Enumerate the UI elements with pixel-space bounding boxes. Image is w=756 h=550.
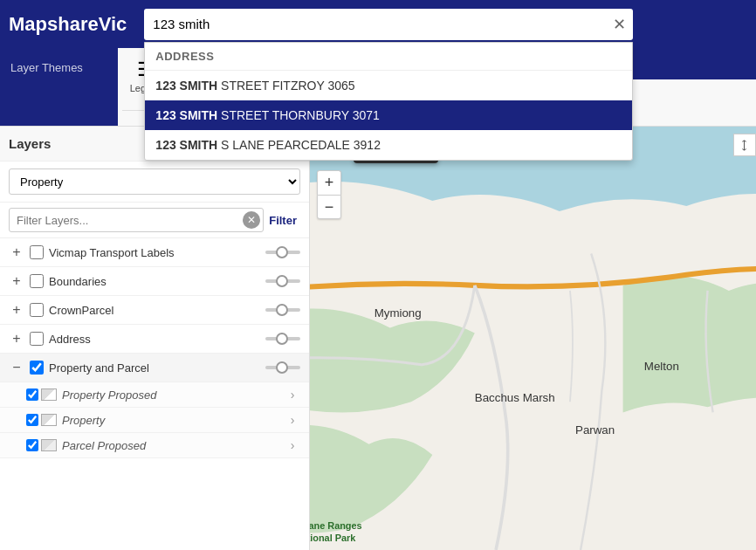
svg-text:Bacchus Marsh: Bacchus Marsh	[475, 391, 555, 404]
layer-row-crownparcel: + CrownParcel	[0, 296, 309, 325]
child-name-parcel-proposed: Parcel Proposed	[62, 439, 279, 452]
main-area: Layers ☰ ✕ Property All Layers Base Maps…	[0, 127, 756, 550]
child-checkbox-group-property-proposed	[26, 388, 57, 401]
layer-checkbox-crownparcel[interactable]	[30, 303, 44, 317]
svg-text:Parwan: Parwan	[575, 423, 615, 437]
svg-text:National Park: National Park	[310, 533, 356, 543]
zoom-out-button[interactable]: −	[317, 195, 341, 219]
search-result-1-bold: 123 SMITH	[155, 79, 217, 93]
child-checkbox1-property[interactable]	[26, 414, 38, 426]
filter-button[interactable]: Filter	[265, 214, 300, 227]
search-dropdown: Address 123 SMITH STREET FITZROY 3065 12…	[144, 42, 633, 161]
layer-name-property-parcel: Property and Parcel	[49, 361, 260, 375]
layer-collapse-property-parcel[interactable]: −	[9, 360, 24, 375]
layer-name-boundaries: Boundaries	[49, 275, 260, 288]
layer-name-address: Address	[49, 333, 260, 346]
sidebar-dropdown-container: Property All Layers Base Maps	[0, 162, 309, 203]
layer-category-select[interactable]: Property All Layers Base Maps	[9, 168, 300, 195]
child-layer-property: Property ›	[0, 408, 309, 433]
child-icon-property-proposed	[41, 388, 57, 401]
search-result-2[interactable]: 123 SMITH STREET THORNBURY 3071	[145, 100, 632, 130]
child-layer-parcel-proposed: Parcel Proposed ›	[0, 433, 309, 458]
child-checkbox1-property-proposed[interactable]	[26, 388, 38, 401]
layer-add-boundaries[interactable]: +	[9, 273, 24, 289]
child-name-property: Property	[62, 414, 279, 427]
search-result-1[interactable]: 123 SMITH STREET FITZROY 3065	[145, 71, 632, 100]
child-icon-parcel-proposed	[41, 439, 57, 451]
tab-layer-themes[interactable]: Layer Themes	[0, 55, 93, 79]
layer-checkbox-vicmap[interactable]	[30, 245, 44, 259]
child-arrow-parcel-proposed[interactable]: ›	[285, 438, 300, 452]
layer-row-property-parcel: − Property and Parcel	[0, 354, 309, 382]
toolbar-left-panel: Layer Themes	[0, 48, 118, 126]
app-header: MapshareVic ✕ Address 123 SMITH STREET F…	[0, 0, 756, 48]
search-container: ✕ Address 123 SMITH STREET FITZROY 3065 …	[144, 9, 633, 40]
app-title: MapshareVic	[9, 13, 127, 36]
layer-row-address: + Address	[0, 325, 309, 354]
child-checkbox-group-property	[26, 414, 57, 426]
child-layer-property-proposed: Property Proposed ›	[0, 382, 309, 408]
search-result-3-rest: S LANE PEARCEDALE 3912	[221, 138, 381, 152]
layer-row-vicmap: + Vicmap Transport Labels	[0, 238, 309, 267]
layer-checkbox-boundaries[interactable]	[30, 274, 44, 288]
svg-text:Mymiong: Mymiong	[375, 306, 422, 320]
svg-text:Brisbane Ranges: Brisbane Ranges	[310, 520, 362, 531]
search-result-1-rest: STREET FITZROY 3065	[221, 79, 355, 93]
layer-add-address[interactable]: +	[9, 331, 24, 347]
child-checkbox-group-parcel-proposed	[26, 439, 57, 451]
map-right-btn-1[interactable]: ⟷	[733, 134, 756, 156]
layer-add-crownparcel[interactable]: +	[9, 302, 24, 318]
sidebar-filter-bar: ✕ Filter	[0, 203, 309, 238]
layer-name-vicmap: Vicmap Transport Labels	[49, 246, 260, 259]
layer-opacity-crownparcel[interactable]	[265, 308, 300, 312]
child-arrow-property-proposed[interactable]: ›	[285, 388, 300, 402]
map-svg: Mymiong Bacchus Marsh Melton Parwan Bris…	[310, 127, 756, 550]
search-result-3[interactable]: 123 SMITH S LANE PEARCEDALE 3912	[145, 130, 632, 160]
search-clear-button[interactable]: ✕	[613, 17, 626, 32]
zoom-in-button[interactable]: +	[317, 170, 341, 195]
map-area: Mymiong Bacchus Marsh Melton Parwan Bris…	[310, 127, 756, 550]
layer-opacity-vicmap[interactable]	[265, 251, 300, 254]
search-result-2-rest: STREET THORNBURY 3071	[221, 108, 380, 122]
map-zoom-controls: + −	[317, 170, 341, 219]
layer-checkbox-property-parcel[interactable]	[30, 361, 44, 375]
layer-opacity-address[interactable]	[265, 337, 300, 340]
search-input[interactable]	[144, 9, 633, 40]
sidebar: Layers ☰ ✕ Property All Layers Base Maps…	[0, 127, 310, 550]
layer-opacity-property-parcel[interactable]	[265, 366, 300, 369]
child-icon-property	[41, 414, 57, 426]
layer-checkbox-address[interactable]	[30, 332, 44, 346]
child-arrow-property[interactable]: ›	[285, 413, 300, 427]
layers-list: + Vicmap Transport Labels + Boundaries +	[0, 238, 309, 550]
child-name-property-proposed: Property Proposed	[62, 388, 279, 402]
layer-opacity-boundaries[interactable]	[265, 279, 300, 283]
search-result-2-bold: 123 SMITH	[155, 108, 217, 122]
search-result-3-bold: 123 SMITH	[155, 138, 217, 152]
layer-row-boundaries: + Boundaries	[0, 267, 309, 296]
layer-name-crownparcel: CrownParcel	[49, 304, 260, 317]
sidebar-title: Layers	[9, 136, 51, 151]
filter-layers-input[interactable]	[9, 208, 264, 232]
svg-text:Melton: Melton	[644, 360, 679, 373]
layer-add-vicmap[interactable]: +	[9, 244, 24, 260]
child-checkbox1-parcel-proposed[interactable]	[26, 439, 38, 451]
map-right-controls: ⟷	[733, 134, 756, 156]
search-dropdown-header: Address	[145, 43, 632, 71]
toolbar-nav-tabs: Layer Themes	[0, 48, 118, 79]
